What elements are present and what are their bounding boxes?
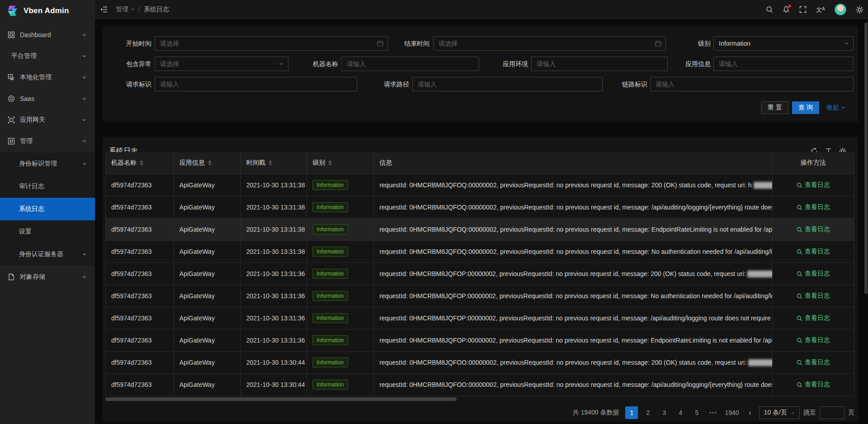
- trace-id-label: 链路标识: [615, 77, 647, 91]
- settings-gear-icon[interactable]: [856, 6, 863, 14]
- page-1[interactable]: 1: [625, 406, 638, 419]
- sidebar-item-localization[interactable]: A本地化管理: [0, 67, 95, 87]
- sidebar-item-auth-server[interactable]: 身份认证服务器: [0, 243, 95, 266]
- chevron-down-icon: [131, 7, 135, 11]
- page-2[interactable]: 2: [642, 406, 654, 419]
- view-log-link[interactable]: 查看日志: [797, 292, 830, 300]
- sidebar-item-saas[interactable]: Saas: [0, 89, 95, 109]
- sidebar-item-identity-management[interactable]: 身份标识管理: [0, 152, 95, 175]
- machine-name-cell: df5974d72363: [111, 270, 152, 277]
- app-info-cell: ApiGateWay: [179, 181, 215, 189]
- include-exception-select[interactable]: [155, 57, 288, 71]
- sidebar-item-system-logs[interactable]: 系统日志: [0, 198, 95, 220]
- magnifier-icon: [797, 382, 802, 388]
- sidebar-item-audit-logs[interactable]: 审计日志: [0, 175, 95, 198]
- pagination-pages: 12345•••1940: [625, 406, 741, 419]
- app-info-cell: ApiGateWay: [179, 270, 215, 277]
- query-button[interactable]: 查 询: [792, 101, 819, 114]
- table-row: df5974d72363 ApiGateWay 2021-10-30 13:30…: [106, 351, 854, 373]
- sidebar-item-management[interactable]: 管理: [0, 131, 95, 151]
- menu-fold-icon[interactable]: [99, 5, 109, 14]
- vertical-scrollbar: [864, 23, 868, 421]
- magnifier-icon: [797, 271, 802, 277]
- view-log-link[interactable]: 查看日志: [797, 181, 830, 189]
- level-select[interactable]: [713, 36, 854, 51]
- view-log-link[interactable]: 查看日志: [797, 203, 830, 211]
- sidebar-item-settings[interactable]: 设置: [0, 220, 95, 243]
- horizontal-scrollbar-thumb[interactable]: [105, 397, 457, 401]
- message-cell: requestId: 0HMCRBM8JQFOP:00000002, previ…: [379, 314, 773, 322]
- view-log-link[interactable]: 查看日志: [797, 381, 830, 389]
- message-cell: requestId: 0HMCRBM8JQFOQ:00000002, previ…: [379, 181, 751, 189]
- col-app-info[interactable]: 应用信息: [174, 152, 241, 174]
- topbar-actions: 文A: [766, 0, 863, 19]
- table-row: df5974d72363 ApiGateWay 2021-10-30 13:31…: [106, 218, 854, 240]
- translate-icon[interactable]: 文A: [816, 7, 825, 13]
- view-log-link[interactable]: 查看日志: [797, 336, 830, 344]
- page-1940[interactable]: 1940: [723, 406, 741, 419]
- reset-button[interactable]: 重 置: [761, 101, 788, 114]
- app-info-cell: ApiGateWay: [179, 337, 215, 344]
- app-environment-input[interactable]: [531, 57, 668, 71]
- view-log-link[interactable]: 查看日志: [797, 248, 830, 256]
- collapse-link[interactable]: 收起: [826, 101, 845, 114]
- view-log-link[interactable]: 查看日志: [797, 225, 830, 233]
- col-level[interactable]: 级别: [307, 152, 374, 174]
- view-log-link[interactable]: 查看日志: [797, 314, 830, 322]
- request-id-input[interactable]: [155, 77, 357, 91]
- timestamp-cell: 2021-10-30 13:31:38: [246, 248, 305, 255]
- bell-icon[interactable]: [783, 6, 790, 13]
- table-row: df5974d72363 ApiGateWay 2021-10-30 13:31…: [106, 196, 854, 218]
- page-4[interactable]: 4: [674, 406, 687, 419]
- message-cell: requestId: 0HMCRBM8JQFOO:00000002, previ…: [379, 359, 746, 366]
- jump-page-input[interactable]: [820, 406, 844, 419]
- trace-id-input[interactable]: [650, 77, 854, 91]
- end-time-input[interactable]: [433, 36, 666, 51]
- logo: Vben Admin: [0, 0, 95, 22]
- sidebar-item-app-gateway[interactable]: 应用网关: [0, 110, 95, 130]
- page-size-select[interactable]: 10 条/页: [759, 406, 800, 419]
- page-ellipsis[interactable]: •••: [707, 406, 719, 419]
- next-page-button[interactable]: ›: [745, 406, 755, 419]
- level-badge: Information: [312, 313, 348, 323]
- page-5[interactable]: 5: [690, 406, 703, 419]
- notification-dot: [788, 5, 791, 8]
- vertical-scrollbar-thumb[interactable]: [864, 23, 868, 294]
- col-timestamp[interactable]: 时间戳: [241, 152, 307, 174]
- request-id-label: 请求标识: [119, 77, 151, 91]
- include-exception-label: 包含异常: [119, 57, 151, 71]
- table-row: df5974d72363 ApiGateWay 2021-10-30 13:31…: [106, 307, 854, 329]
- start-time-input[interactable]: [155, 36, 388, 51]
- col-machine-name[interactable]: 机器名称: [106, 152, 174, 174]
- fullscreen-icon[interactable]: [799, 6, 807, 13]
- search-icon[interactable]: [766, 6, 773, 13]
- message-cell: requestId: 0HMCRBM8JQFOQ:00000002, previ…: [379, 226, 773, 233]
- view-log-link[interactable]: 查看日志: [797, 358, 830, 367]
- message-cell: requestId: 0HMCRBM8JQFOQ:00000002, previ…: [379, 248, 773, 255]
- chevron-down-icon: [82, 96, 87, 101]
- avatar[interactable]: [835, 4, 846, 15]
- sidebar-item-dashboard[interactable]: Dashboard: [0, 25, 95, 45]
- localization-icon: A: [8, 74, 15, 81]
- calendar-icon: [655, 40, 661, 47]
- message-cell: requestId: 0HMCRBM8JQFOQ:00000002, previ…: [379, 204, 773, 211]
- object-storage-icon: [8, 273, 15, 281]
- breadcrumb-menu[interactable]: 管理: [116, 5, 135, 14]
- machine-name-input[interactable]: [341, 57, 479, 71]
- sidebar-item-object-storage[interactable]: 对象存储: [0, 267, 95, 287]
- machine-name-cell: df5974d72363: [111, 337, 152, 344]
- machine-name-cell: df5974d72363: [111, 314, 152, 322]
- timestamp-cell: 2021-10-30 13:30:44: [246, 359, 305, 366]
- table-row: df5974d72363 ApiGateWay 2021-10-30 13:31…: [106, 262, 854, 285]
- request-path-input[interactable]: [412, 77, 603, 91]
- start-time-label: 开始时间: [119, 36, 151, 51]
- sidebar-item-platform-management[interactable]: 平台管理: [0, 46, 95, 66]
- chevron-down-icon: [82, 75, 87, 80]
- level-badge: Information: [312, 335, 348, 345]
- page-3[interactable]: 3: [658, 406, 670, 419]
- machine-name-cell: df5974d72363: [111, 381, 152, 388]
- timestamp-cell: 2021-10-30 13:31:36: [246, 337, 305, 344]
- app-info-input[interactable]: [713, 57, 854, 71]
- view-log-link[interactable]: 查看日志: [797, 270, 830, 278]
- app-gateway-icon: [8, 116, 15, 124]
